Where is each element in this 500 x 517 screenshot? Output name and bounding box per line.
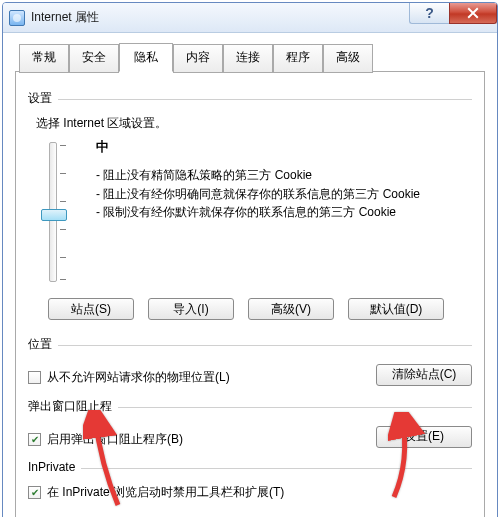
divider	[58, 345, 472, 346]
close-button[interactable]	[449, 3, 497, 24]
privacy-description: - 阻止没有精简隐私策略的第三方 Cookie - 阻止没有经你明确同意就保存你…	[96, 166, 472, 222]
sites-button[interactable]: 站点(S)	[48, 298, 134, 320]
slider-thumb[interactable]	[41, 209, 67, 221]
divider	[118, 407, 472, 408]
tab-content[interactable]: 内容	[173, 44, 223, 73]
location-section-label: 位置	[28, 336, 52, 353]
popup-section-label: 弹出窗口阻止程	[28, 398, 112, 415]
divider	[81, 468, 472, 469]
location-checkbox-label: 从不允许网站请求你的物理位置(L)	[47, 369, 230, 386]
inprivate-section-label: InPrivate	[28, 460, 75, 474]
bullet: - 限制没有经你默许就保存你的联系信息的第三方 Cookie	[96, 203, 472, 222]
default-button[interactable]: 默认值(D)	[348, 298, 444, 320]
app-icon	[9, 10, 25, 26]
tab-advanced[interactable]: 高级	[323, 44, 373, 73]
divider	[58, 99, 472, 100]
popup-settings-button[interactable]: 设置(E)	[376, 426, 472, 448]
help-button[interactable]: ?	[409, 3, 449, 24]
advanced-button[interactable]: 高级(V)	[248, 298, 334, 320]
clear-sites-button[interactable]: 清除站点(C)	[376, 364, 472, 386]
question-icon: ?	[425, 5, 434, 21]
location-checkbox[interactable]	[28, 371, 41, 384]
privacy-level-title: 中	[96, 138, 472, 156]
bullet: - 阻止没有精简隐私策略的第三方 Cookie	[96, 166, 472, 185]
tab-general[interactable]: 常规	[19, 44, 69, 73]
tab-connections[interactable]: 连接	[223, 44, 273, 73]
svg-point-0	[13, 14, 21, 22]
tab-strip: 常规 安全 隐私 内容 连接 程序 高级	[19, 43, 485, 72]
inprivate-checkbox-label: 在 InPrivate 浏览启动时禁用工具栏和扩展(T)	[47, 484, 284, 501]
inprivate-checkbox[interactable]	[28, 486, 41, 499]
title-bar[interactable]: Internet 属性 ?	[3, 3, 497, 33]
popup-blocker-checkbox[interactable]	[28, 433, 41, 446]
dialog-window: Internet 属性 ? 常规 安全 隐私 内容 连接 程序 高级 设置 选择…	[2, 2, 498, 517]
bullet: - 阻止没有经你明确同意就保存你的联系信息的第三方 Cookie	[96, 185, 472, 204]
close-icon	[467, 7, 479, 19]
privacy-slider[interactable]	[49, 142, 57, 282]
tab-panel-privacy: 设置 选择 Internet 区域设置。	[15, 71, 485, 517]
settings-section-label: 设置	[28, 90, 52, 107]
window-title: Internet 属性	[31, 9, 99, 26]
tab-programs[interactable]: 程序	[273, 44, 323, 73]
popup-checkbox-label: 启用弹出窗口阻止程序(B)	[47, 431, 183, 448]
zone-instruction: 选择 Internet 区域设置。	[36, 115, 472, 132]
tab-privacy[interactable]: 隐私	[119, 43, 173, 72]
import-button[interactable]: 导入(I)	[148, 298, 234, 320]
tab-security[interactable]: 安全	[69, 44, 119, 73]
